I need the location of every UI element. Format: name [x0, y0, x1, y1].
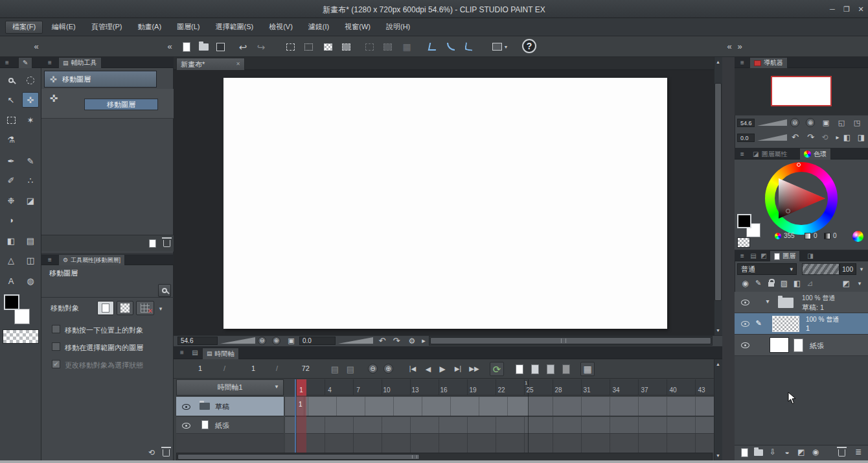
delete-cel-icon[interactable] [560, 363, 573, 375]
timeline-current-frame[interactable]: 1 [190, 364, 202, 372]
sub-color-swatch[interactable] [14, 309, 30, 324]
lasso-select-tool[interactable] [22, 73, 39, 88]
opacity-value[interactable]: 100 [839, 263, 856, 275]
canvas-vscroll-thumb[interactable] [714, 83, 722, 301]
navigator-rotation-slider[interactable] [757, 134, 787, 141]
subtool-tile-icon[interactable]: ✜ [47, 91, 61, 104]
save-file-icon[interactable] [214, 41, 227, 53]
menu-page[interactable]: 頁管理(P) [85, 22, 129, 32]
timeline-zoom-in-icon[interactable]: ⊕ [383, 364, 393, 374]
new-folder-icon[interactable] [753, 447, 764, 458]
mask-layer-icon[interactable]: ◩ [795, 446, 807, 458]
timeline-row-paper-header[interactable] [176, 417, 284, 434]
onion-skin-icon[interactable]: ▦ [580, 362, 595, 376]
transparent-color-swatch[interactable] [3, 329, 39, 344]
opacity-slider[interactable] [802, 263, 839, 275]
color-picker-ball-icon[interactable] [852, 231, 863, 242]
move-target-transparent-button[interactable] [117, 301, 133, 315]
lock-layer-icon[interactable] [766, 276, 777, 289]
canvas-zoom-in-icon[interactable]: ⊕ [272, 337, 280, 345]
timeline-scroll-up-icon[interactable]: ▲ [714, 361, 722, 368]
auto-select-tool[interactable]: ✶ [22, 112, 39, 128]
canvas-status-expand-icon[interactable]: ▸ [420, 336, 428, 346]
frame-border-tool[interactable]: ◫ [22, 252, 39, 268]
timeline-zoom-out-icon[interactable]: ⊖ [368, 364, 378, 374]
skip-to-end-icon[interactable]: ▶▶ [466, 363, 482, 375]
canvas-hscroll-thumb[interactable] [430, 337, 711, 344]
ruler-layer-icon[interactable]: ⊿ [805, 278, 816, 289]
gradient-tool[interactable]: ▤ [22, 233, 39, 248]
special-ruler-snap-dropdown[interactable]: ▼ [487, 40, 513, 53]
tool-property-tab[interactable]: ⚙ 工具屬性[移動圖層] [58, 254, 125, 265]
trim-icon[interactable] [381, 41, 394, 53]
opacity-caret-icon[interactable]: ▾ [858, 265, 865, 273]
maximize-button[interactable]: ❐ [841, 4, 852, 14]
open-file-icon[interactable] [197, 41, 210, 53]
draft-visibility-icon[interactable] [181, 403, 191, 410]
document-tab-close-icon[interactable]: ✕ [236, 62, 240, 67]
layer-palette-tab-icon[interactable]: ◩ [759, 252, 768, 260]
navigator-menu-icon[interactable]: ≡ [738, 58, 747, 67]
help-icon[interactable]: ? [522, 39, 536, 53]
color-wheel-tab[interactable]: 色環 [799, 148, 831, 160]
canvas-zoom-slider[interactable] [220, 337, 255, 344]
new-file-icon[interactable] [180, 41, 193, 53]
navigator-zoom-value[interactable]: 54.6 [737, 119, 755, 127]
hue-cursor[interactable] [797, 163, 801, 167]
subtool-tab[interactable]: ▤ 輔助工具 [58, 57, 102, 68]
layer-property-tab[interactable]: ◪ 圖層屬性 [749, 149, 790, 160]
paper-visibility-icon[interactable] [181, 421, 191, 429]
text-tool[interactable]: A [3, 273, 19, 289]
zoom-tool[interactable] [3, 73, 19, 88]
canvas-scroll-up-icon[interactable]: ▲ [714, 58, 722, 65]
balloon-tool[interactable]: ◍ [22, 273, 39, 289]
draft-folder-visibility-icon[interactable] [740, 298, 750, 306]
minimize-button[interactable]: ─ [827, 4, 838, 14]
next-frame-icon[interactable]: ▶| [451, 363, 465, 375]
navigator-zoom-in-icon[interactable]: ⊕ [806, 118, 815, 127]
navigator-rotate-left-icon[interactable]: ↶ [790, 132, 800, 142]
color-transparent-swatch[interactable] [737, 237, 750, 248]
transfer-layer-icon[interactable]: ⇩ [767, 446, 779, 458]
canvas-actual-size-icon[interactable]: ▣ [287, 337, 295, 345]
change-target-to-selected-checkbox[interactable]: ✔ [52, 360, 60, 368]
canvas-zoom-value[interactable]: 54.6 [177, 337, 218, 345]
reset-tool-settings-icon[interactable]: ⟲ [146, 447, 157, 458]
layer-sync-tab-icon[interactable]: ◨ [806, 252, 815, 260]
lock-transparent-pixels-icon[interactable]: ▨ [779, 278, 790, 289]
menu-filter[interactable]: 濾鏡(I) [302, 22, 336, 32]
move-target-layer-button[interactable] [97, 301, 114, 315]
merge-layer-icon[interactable]: ◒ [781, 446, 793, 458]
tool-property-menu-icon[interactable]: ≡ [45, 255, 54, 264]
layer-mask-icon[interactable]: ◧ [792, 278, 803, 289]
cel-1-thumbnail[interactable] [772, 316, 799, 332]
menu-selection[interactable]: 選擇範圍(S) [209, 22, 260, 32]
tool-palette-tab[interactable]: ✎ [18, 57, 32, 68]
thumbnail-size-icon[interactable]: ▤ [329, 363, 341, 375]
navigator-thumbnail[interactable] [771, 76, 832, 106]
canvas-zoom-out-icon[interactable]: ⊖ [258, 337, 266, 345]
navigator-expand-icon[interactable]: ▸ [834, 133, 841, 141]
invert-selection-icon[interactable] [321, 41, 334, 53]
layer-color-icon[interactable]: ◩ [841, 278, 852, 289]
snap-to-grid-icon[interactable] [463, 40, 475, 53]
timeline-track-selector[interactable]: 時間軸1 [176, 379, 284, 396]
snap-to-special-ruler-icon[interactable] [444, 40, 457, 53]
operate-tool[interactable]: ↖ [3, 92, 19, 108]
track-config-icon[interactable]: ▤ [345, 363, 356, 375]
reselect-icon[interactable] [302, 41, 315, 53]
collapse-right-dock-icon[interactable]: « [725, 40, 734, 52]
airbrush-tool[interactable]: ∴ [22, 172, 39, 188]
clip-at-layer-icon[interactable]: ◉ [740, 278, 751, 289]
timeline-tab[interactable]: ▤ 時間軸 [202, 348, 239, 359]
timeline-end-frame[interactable]: 72 [298, 364, 310, 372]
crop-icon[interactable] [363, 41, 376, 53]
close-button[interactable]: ✕ [855, 4, 867, 14]
navigator-rotate-right-icon[interactable]: ↷ [806, 132, 816, 142]
layer-row-draft-folder[interactable] [735, 292, 868, 313]
draft-folder-expand-icon[interactable]: ▾ [763, 297, 772, 306]
loop-playback-icon[interactable]: ⟳ [490, 362, 504, 376]
menu-layer[interactable]: 圖層(L) [170, 22, 206, 32]
collapse-left-dock-icon[interactable]: « [31, 40, 41, 52]
eraser-tool[interactable]: ◪ [22, 193, 39, 208]
